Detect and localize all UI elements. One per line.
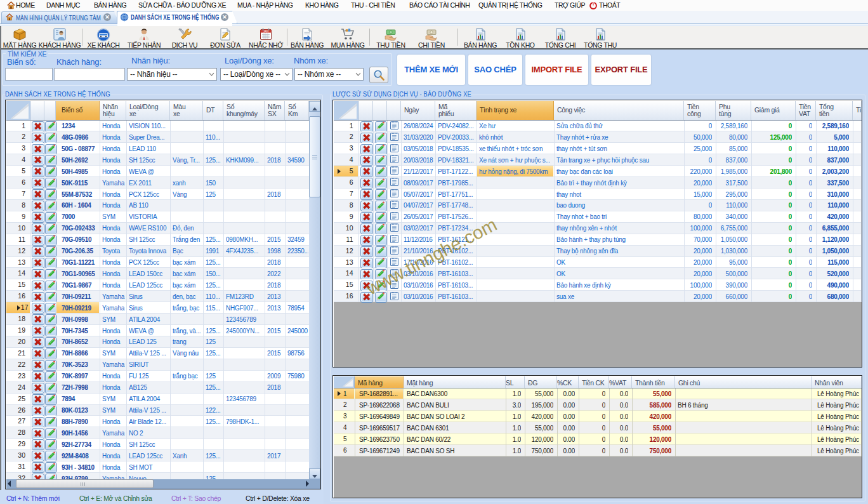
svg-text:JAN: JAN <box>263 30 269 33</box>
